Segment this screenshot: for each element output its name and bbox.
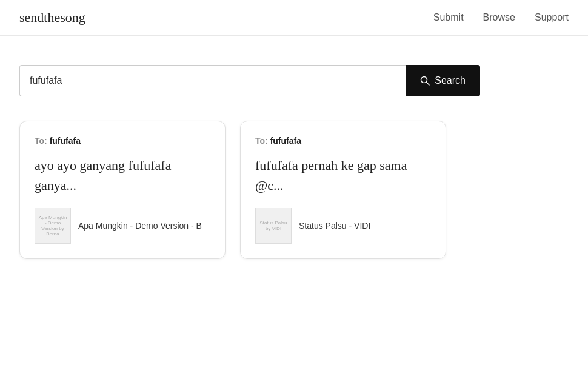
card-song: Status Palsu by VIDI Status Palsu - VIDI [255,208,431,244]
card-to-label: To: fufufafa [35,136,210,146]
song-card: To: fufufafa ayo ayo ganyang fufufafa ga… [19,121,226,259]
search-input[interactable] [19,65,406,96]
main-content: Search To: fufufafa ayo ayo ganyang fufu… [0,36,588,278]
song-thumbnail: Status Palsu by VIDI [255,208,292,244]
nav-submit[interactable]: Submit [433,12,464,23]
search-bar: Search [19,65,480,96]
site-header: sendthesong Submit Browse Support [0,0,588,36]
card-to-label: To: fufufafa [255,136,431,146]
card-message: ayo ayo ganyang fufufafa ganya... [35,155,210,195]
main-nav: Submit Browse Support [433,12,569,23]
site-logo[interactable]: sendthesong [19,10,85,25]
song-thumbnail: Apa Mungkin - Demo Version by Berna [35,208,71,244]
song-title: Status Palsu - VIDI [299,221,370,231]
svg-line-1 [427,83,430,86]
song-title: Apa Mungkin - Demo Version - B [78,221,202,231]
cards-grid: To: fufufafa ayo ayo ganyang fufufafa ga… [19,121,569,259]
song-card: To: fufufafa fufufafa pernah ke gap sama… [240,121,446,259]
nav-browse[interactable]: Browse [483,12,515,23]
card-song: Apa Mungkin - Demo Version by Berna Apa … [35,208,210,244]
nav-support[interactable]: Support [535,12,569,23]
card-message: fufufafa pernah ke gap sama @c... [255,155,431,195]
search-button[interactable]: Search [406,65,480,96]
search-icon [420,76,430,86]
